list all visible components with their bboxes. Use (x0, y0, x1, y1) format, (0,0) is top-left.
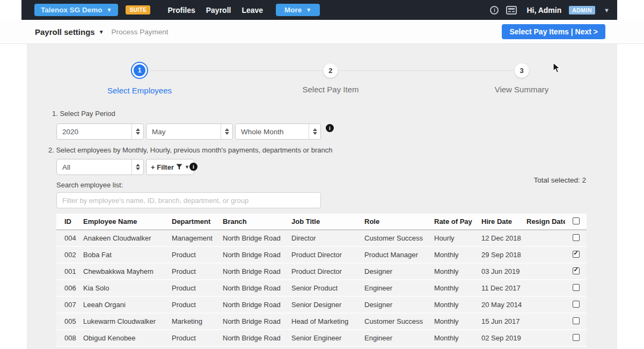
next-step-button[interactable]: Select Pay Items | Next > (502, 24, 605, 39)
cell-department: Product (170, 280, 221, 296)
page-title[interactable]: Payroll settings (35, 27, 95, 37)
add-filter-label: + Filter (151, 163, 174, 171)
nav-link-leave[interactable]: Leave (241, 6, 263, 14)
step-2-number: 2 (323, 63, 338, 78)
page-title-caret-icon[interactable]: ▼ (99, 29, 104, 35)
cell-resign-date (524, 230, 565, 246)
row-checkbox[interactable] (573, 301, 580, 308)
pay-period-info-icon[interactable]: i (326, 124, 334, 132)
nav-links: ProfilesPayrollLeave (167, 6, 263, 14)
column-header: Branch (221, 214, 289, 230)
navbar-right: i Hi, Admin ADMIN ▼ (490, 6, 610, 14)
cell-id: 001 (56, 263, 81, 280)
table-row[interactable]: 005Lukewarm CloudwalkerMarketingNorth Br… (56, 313, 587, 330)
cell-role: Designer (362, 263, 432, 280)
company-selector-button[interactable]: Talenox SG Demo ▼ (34, 4, 118, 16)
app-window: Talenox SG Demo ▼ SUITE ProfilesPayrollL… (0, 0, 644, 349)
table-row[interactable]: 004Anakeen CloudwalkerManagementNorth Br… (56, 230, 587, 246)
cell-name: Chewbakkwa Mayhem (81, 263, 170, 280)
cell-role: Designer (362, 296, 432, 313)
cell-rate: Monthly (432, 246, 479, 263)
column-header: Department (170, 214, 221, 230)
column-header: Employee Name (81, 214, 170, 230)
cell-name: Kia Solo (81, 280, 170, 296)
cell-hire-date: 20 May 2014 (479, 296, 524, 313)
nav-link-payroll[interactable]: Payroll (206, 6, 231, 14)
cell-department: Product (170, 296, 221, 313)
cell-resign-date (524, 280, 565, 296)
step-3-label: View Summary (495, 85, 549, 94)
cell-role: Customer Success (362, 230, 432, 246)
admin-role-badge: ADMIN (569, 6, 595, 14)
cell-branch: North Bridge Road (221, 313, 289, 330)
cell-hire-date: 29 Sep 2018 (479, 246, 524, 263)
table-row[interactable]: 001Chewbakkwa MayhemProductNorth Bridge … (56, 263, 587, 280)
row-checkbox[interactable] (573, 234, 580, 241)
cell-job-title: Product Director (289, 263, 362, 280)
table-header-row: IDEmployee NameDepartmentBranchJob Title… (56, 214, 587, 230)
month-select[interactable]: May (146, 123, 233, 140)
user-greeting: Hi, Admin (526, 6, 561, 14)
row-checkbox[interactable] (573, 317, 580, 324)
cell-id: 004 (56, 230, 81, 246)
step-1-number: 1 (134, 64, 145, 76)
cell-rate: Monthly (432, 313, 479, 330)
employee-filter-label: 2. Select employees by Monthly, Hourly, … (48, 146, 332, 154)
stepper-step-1[interactable]: 1 Select Employees (107, 62, 172, 95)
row-checkbox[interactable] (573, 284, 580, 291)
period-select[interactable]: Whole Month (235, 123, 321, 140)
cell-hire-date: 03 Jun 2019 (479, 263, 524, 280)
stepper-step-2[interactable]: 2 Select Pay Item (302, 62, 358, 94)
cell-branch: North Bridge Road (221, 246, 289, 263)
user-menu-caret-icon[interactable]: ▼ (604, 7, 610, 13)
employee-group-select[interactable]: All (56, 159, 144, 175)
info-icon[interactable]: i (490, 6, 499, 14)
cell-resign-date (524, 330, 565, 346)
row-checkbox-cell (565, 230, 587, 246)
row-checkbox[interactable] (573, 334, 580, 341)
select-all-checkbox[interactable] (573, 217, 580, 224)
cell-job-title: Director (289, 230, 362, 246)
stepper-connector-2 (339, 70, 514, 71)
cell-rate: Monthly (432, 263, 479, 280)
step-1-circle: 1 (131, 62, 148, 79)
cell-id: 002 (56, 246, 81, 263)
page-subheader: Payroll settings ▼ Process Payment Selec… (0, 20, 644, 44)
more-button[interactable]: More ▼ (276, 4, 320, 16)
more-button-label: More (284, 6, 302, 14)
row-checkbox-cell (565, 263, 587, 280)
cell-department: Product (170, 246, 221, 263)
cell-rate: Hourly (432, 230, 479, 246)
cell-name: Obigud Kenobee (81, 330, 170, 346)
cell-hire-date: 02 Sep 2019 (479, 330, 524, 346)
step-3-number: 3 (515, 63, 529, 78)
table-row[interactable]: 008Obigud KenobeeProductNorth Bridge Roa… (56, 330, 587, 346)
year-select-value: 2020 (57, 128, 131, 136)
cell-job-title: Senior Product (289, 280, 362, 296)
cell-branch: North Bridge Road (221, 296, 289, 313)
table-row[interactable]: 006Kia SoloProductNorth Bridge RoadSenio… (56, 280, 587, 296)
year-select[interactable]: 2020 (56, 123, 144, 140)
table-row[interactable]: 007Leeah OrganiProductNorth Bridge RoadS… (56, 296, 587, 313)
row-checkbox[interactable] (573, 251, 580, 258)
table-row[interactable]: 002Boba FatProductNorth Bridge RoadProdu… (56, 246, 587, 263)
cell-job-title: Head of Marketing (289, 313, 362, 330)
cell-id: 008 (56, 330, 81, 346)
cell-rate: Monthly (432, 330, 479, 346)
search-input[interactable] (56, 192, 321, 208)
top-navbar: Talenox SG Demo ▼ SUITE ProfilesPayrollL… (21, 0, 617, 20)
employee-filter-info-icon[interactable]: i (189, 163, 197, 171)
cell-name: Boba Fat (81, 246, 170, 263)
select-spinner-icon (221, 124, 232, 139)
cell-job-title: Senior Engineer (289, 330, 362, 346)
row-checkbox[interactable] (573, 267, 580, 274)
add-filter-button[interactable]: + Filter ▼ (146, 159, 194, 175)
calculator-icon[interactable] (506, 6, 517, 14)
cell-branch: North Bridge Road (221, 263, 289, 280)
cell-rate: Monthly (432, 296, 479, 313)
month-select-value: May (147, 128, 221, 136)
chevron-down-icon: ▼ (306, 7, 311, 13)
nav-link-profiles[interactable]: Profiles (167, 6, 195, 14)
cell-branch: North Bridge Road (221, 230, 289, 246)
stepper-step-3[interactable]: 3 View Summary (495, 62, 549, 94)
